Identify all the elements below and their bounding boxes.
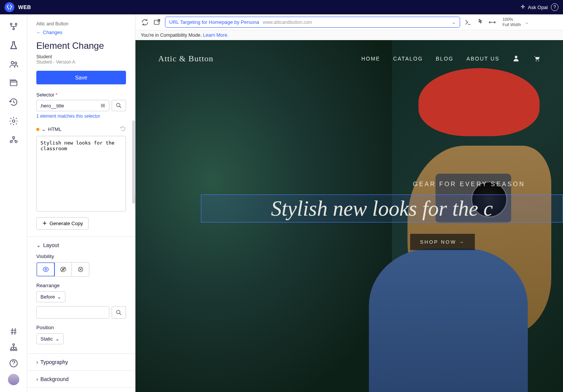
arrow-left-icon: ← — [36, 30, 41, 35]
subtitle-audience: Student — [36, 54, 126, 59]
preview-toolbar: URL Targeting for Homepage by Persona ww… — [135, 14, 563, 30]
app-logo[interactable] — [5, 2, 14, 12]
selector-search-button[interactable] — [112, 100, 126, 111]
svg-rect-5 — [10, 81, 17, 86]
console-icon[interactable] — [464, 18, 472, 26]
svg-point-1 — [15, 23, 17, 25]
svg-point-23 — [538, 60, 539, 61]
layout-section-header[interactable]: ⌄ Layout — [36, 242, 126, 248]
help-icon[interactable]: ? — [551, 3, 558, 11]
preview-pane: URL Targeting for Homepage by Persona ww… — [135, 14, 563, 392]
rail-hash-icon[interactable] — [8, 326, 19, 337]
rail-help-icon[interactable] — [8, 358, 19, 369]
svg-point-21 — [515, 56, 518, 58]
undo-icon[interactable] — [120, 126, 126, 133]
chevron-down-icon: ⌄ — [36, 242, 41, 248]
svg-point-15 — [117, 103, 120, 107]
back-link[interactable]: ← Changes — [36, 30, 126, 35]
svg-point-19 — [117, 310, 120, 314]
rail-flask-icon[interactable] — [8, 40, 19, 51]
cart-icon[interactable] — [533, 54, 540, 63]
position-select[interactable]: Static ⌄ — [36, 333, 64, 344]
site-preview[interactable]: Attic & Button HOME CATALOG BLOG ABOUT U… — [135, 40, 563, 392]
compatibility-notice: You're in Compatibility Mode. Learn More… — [135, 30, 563, 40]
html-label: HTML — [48, 126, 61, 132]
shop-now-button[interactable]: SHOP NOW → — [410, 234, 475, 250]
selector-match-text: 1 element matches this selector — [36, 114, 126, 119]
refresh-icon[interactable] — [141, 18, 149, 26]
svg-point-13 — [15, 349, 17, 350]
svg-point-12 — [12, 349, 14, 350]
popout-icon[interactable] — [153, 18, 161, 26]
url-targeting-box[interactable]: URL Targeting for Homepage by Persona ww… — [165, 17, 460, 28]
svg-point-6 — [12, 120, 15, 123]
chevron-right-icon: › — [36, 359, 38, 365]
zoom-info[interactable]: 100% Full Width — [502, 17, 521, 27]
rail-tree-icon[interactable] — [8, 342, 19, 353]
hero-title: Stylish new looks for the c — [201, 196, 563, 221]
rail-collaborators-icon[interactable] — [8, 135, 19, 145]
hero-tagline: GEAR FOR EVERY SEASON — [178, 181, 563, 188]
learn-more-link[interactable]: Learn More. — [203, 33, 229, 38]
nav-blog[interactable]: BLOG — [436, 56, 454, 62]
visibility-visible-button[interactable] — [36, 262, 55, 277]
breadcrumb: Attic and Button — [36, 21, 126, 26]
chevron-down-icon[interactable]: ⌄ — [42, 126, 46, 132]
svg-point-22 — [536, 60, 537, 61]
subtitle-version: Student - Version A — [36, 59, 126, 65]
save-button[interactable]: Save — [36, 71, 126, 84]
ask-opal-button[interactable]: Ask Opal — [520, 4, 548, 10]
chevron-down-icon: ⌄ — [57, 294, 61, 300]
html-textarea[interactable] — [36, 136, 126, 212]
site-logo[interactable]: Attic & Button — [158, 54, 213, 64]
site-header: Attic & Button HOME CATALOG BLOG ABOUT U… — [135, 40, 563, 77]
rail-audience-icon[interactable] — [8, 59, 19, 70]
generate-copy-button[interactable]: Generate Copy — [36, 217, 89, 230]
rail-history-icon[interactable] — [8, 97, 19, 107]
rail-pages-icon[interactable] — [8, 78, 19, 89]
svg-point-2 — [12, 28, 14, 30]
visibility-remove-button[interactable] — [72, 263, 89, 276]
selector-label: Selector* — [36, 92, 126, 98]
account-icon[interactable] — [512, 54, 520, 63]
nav-home[interactable]: HOME — [361, 56, 380, 62]
width-icon[interactable] — [488, 18, 496, 26]
nav-about[interactable]: ABOUT US — [467, 56, 499, 62]
menu-icon[interactable] — [100, 103, 106, 109]
visibility-hidden-button[interactable] — [54, 263, 72, 276]
chevron-down-icon[interactable]: ⌄ — [452, 19, 456, 25]
chevron-down-icon[interactable]: ⌄ — [525, 19, 529, 25]
rearrange-search-button[interactable] — [112, 306, 126, 319]
background-section-header[interactable]: › Background — [36, 376, 126, 382]
chevron-down-icon: ⌄ — [55, 336, 59, 342]
topbar: WEB Ask Opal ? — [0, 0, 563, 14]
page-title: Element Change — [36, 40, 126, 51]
rail-branch-icon[interactable] — [8, 21, 19, 32]
svg-point-4 — [14, 62, 16, 64]
typography-section-header[interactable]: › Typography — [36, 359, 126, 365]
svg-point-0 — [10, 23, 12, 25]
rearrange-label: Rearrange — [36, 283, 126, 288]
svg-point-16 — [45, 269, 47, 271]
rearrange-target-input[interactable] — [36, 306, 109, 319]
visibility-label: Visibility — [36, 254, 126, 259]
panel-resize-handle[interactable] — [135, 196, 136, 208]
scrollbar[interactable] — [132, 120, 135, 204]
nav-catalog[interactable]: CATALOG — [393, 56, 423, 62]
svg-point-3 — [11, 61, 14, 64]
sidebar-panel: Attic and Button ← Changes Element Chang… — [27, 14, 135, 392]
position-label: Position — [36, 325, 126, 330]
svg-point-11 — [10, 349, 12, 350]
chevron-right-icon: › — [36, 376, 38, 382]
changed-indicator-icon — [36, 128, 39, 131]
user-avatar[interactable] — [8, 374, 19, 385]
icon-rail — [0, 14, 27, 392]
rail-settings-icon[interactable] — [8, 116, 19, 126]
svg-point-7 — [12, 137, 14, 138]
svg-point-10 — [12, 344, 14, 345]
selector-input[interactable]: .hero__title — [36, 100, 109, 111]
rearrange-select[interactable]: Before ⌄ — [36, 291, 65, 302]
hero-title-selection[interactable]: Stylish new looks for the c — [201, 194, 563, 222]
app-title: WEB — [18, 4, 31, 10]
interactive-mode-icon[interactable] — [476, 18, 484, 26]
